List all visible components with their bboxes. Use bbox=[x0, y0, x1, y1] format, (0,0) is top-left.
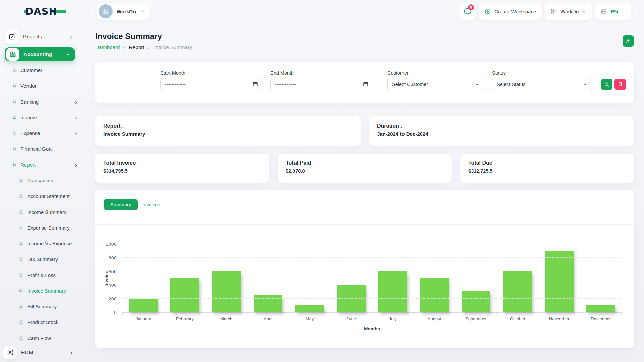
sidebar-item-account-statement[interactable]: Account Statement bbox=[0, 188, 80, 204]
bar-june[interactable] bbox=[337, 285, 366, 312]
bar-february[interactable] bbox=[170, 278, 199, 312]
x-tick bbox=[289, 313, 331, 315]
sidebar-item-income-vs-expense[interactable]: Income Vs Expense bbox=[0, 236, 80, 251]
status-select[interactable]: Select Status bbox=[492, 78, 592, 91]
bar-august[interactable] bbox=[420, 278, 449, 312]
bar-april[interactable] bbox=[254, 295, 282, 312]
bar-december[interactable] bbox=[586, 305, 615, 312]
sidebar-item-vendor[interactable]: Vendor bbox=[0, 78, 80, 94]
chevron-right-icon: › bbox=[75, 99, 77, 105]
sidebar-item-profit-loss[interactable]: Profit & Loss bbox=[0, 267, 80, 283]
x-tick bbox=[538, 313, 580, 315]
x-tick-label: May bbox=[289, 316, 330, 321]
bar-band bbox=[497, 244, 538, 312]
y-tick-label: 200 bbox=[95, 296, 117, 301]
chevron-right-icon: › bbox=[123, 44, 125, 50]
sidebar-item-product-stock[interactable]: Product Stock bbox=[0, 314, 80, 330]
download-button[interactable] bbox=[623, 35, 634, 47]
bar-march[interactable] bbox=[212, 272, 241, 312]
total-paid-value: $2,070.0 bbox=[286, 168, 444, 174]
language-selector[interactable]: EN bbox=[595, 3, 631, 20]
topbar-actions: 0 Create Workspace WorkDo EN bbox=[459, 3, 631, 20]
sidebar-item-label: Product Stock bbox=[27, 319, 58, 325]
create-workspace-label: Create Workspace bbox=[494, 9, 536, 14]
sidebar-item-label: Income Vs Expense bbox=[27, 241, 72, 246]
sidebar-item-accounting[interactable]: Accounting bbox=[5, 47, 75, 61]
sidebar-item-income-summary[interactable]: Income Summary bbox=[0, 204, 80, 220]
bar-band bbox=[330, 244, 372, 312]
status-ring-icon bbox=[19, 242, 23, 245]
tab-invoices[interactable]: Invoices bbox=[142, 202, 160, 207]
hrm-icon-box bbox=[3, 346, 17, 359]
bar-may[interactable] bbox=[295, 305, 324, 312]
x-tick-label: March bbox=[206, 316, 247, 321]
sidebar-item-customer[interactable]: Customer bbox=[0, 62, 80, 78]
status-ring-icon bbox=[19, 179, 23, 182]
accounting-submenu: CustomerVendorBanking›Income›Expense›Fin… bbox=[0, 62, 80, 346]
chart-tabs: Summary Invoices bbox=[104, 199, 160, 210]
x-tick-label: January bbox=[122, 316, 164, 321]
sidebar-item-label: Expense Summary bbox=[27, 225, 70, 231]
workspace-selector[interactable]: WorkDo bbox=[97, 3, 150, 20]
bar-september[interactable] bbox=[462, 291, 490, 312]
sidebar-item-expense[interactable]: Expense› bbox=[0, 125, 80, 141]
bar-band bbox=[372, 244, 414, 312]
total-due-card: Total Due $312,725.5 bbox=[460, 154, 634, 183]
x-axis-labels: JanuaryFebruaryMarchAprilMayJuneJulyAugu… bbox=[122, 316, 622, 321]
sidebar-item-income[interactable]: Income› bbox=[0, 110, 80, 125]
end-month-input[interactable] bbox=[270, 78, 372, 91]
search-button[interactable] bbox=[601, 79, 612, 90]
workspace-menu-button[interactable]: WorkDo bbox=[544, 3, 592, 20]
messages-button[interactable]: 0 bbox=[459, 3, 476, 20]
bar-band bbox=[414, 244, 455, 312]
breadcrumb-report-link[interactable]: Report bbox=[129, 44, 144, 50]
gridline bbox=[122, 298, 622, 299]
sidebar-item-projects[interactable]: Projects › bbox=[5, 29, 75, 44]
bar-january[interactable] bbox=[129, 299, 158, 312]
customer-select[interactable]: Select Customer bbox=[387, 78, 484, 91]
workspace-menu-label: WorkDo bbox=[560, 9, 579, 14]
sidebar-item-report[interactable]: Report› bbox=[0, 157, 80, 173]
y-tick-label: 800 bbox=[95, 255, 117, 260]
bar-july[interactable] bbox=[378, 272, 407, 312]
tab-summary[interactable]: Summary bbox=[104, 199, 138, 210]
reset-filter-button[interactable] bbox=[614, 79, 626, 90]
chevron-down-icon bbox=[140, 9, 145, 14]
bar-band bbox=[538, 244, 580, 312]
x-tick-label: November bbox=[538, 316, 580, 321]
x-tick bbox=[580, 313, 622, 315]
create-workspace-button[interactable]: Create Workspace bbox=[479, 3, 542, 20]
total-invoice-label: Total Invoice bbox=[103, 160, 261, 166]
sidebar-item-cash-flow[interactable]: Cash Flow bbox=[0, 330, 80, 346]
page-title: Invoice Summary bbox=[95, 32, 162, 41]
status-ring-icon bbox=[19, 320, 23, 324]
bar-october[interactable] bbox=[503, 272, 532, 312]
bar-november[interactable] bbox=[545, 251, 574, 312]
y-tick-label: 0 bbox=[95, 310, 117, 315]
gridline bbox=[122, 285, 622, 285]
sidebar-item-bill-summary[interactable]: Bill Summary bbox=[0, 299, 80, 314]
sidebar-item-label: Accounting bbox=[23, 51, 52, 57]
sidebar-item-transaction[interactable]: Transaction bbox=[0, 173, 80, 188]
status-ring-icon bbox=[19, 273, 23, 277]
sidebar-item-label: Bill Summary bbox=[27, 304, 57, 309]
status-ring-icon bbox=[19, 210, 23, 214]
breadcrumb-dashboard-link[interactable]: Dashboard bbox=[95, 44, 120, 50]
sidebar-item-tax-summary[interactable]: Tax Summary bbox=[0, 251, 80, 267]
sidebar-item-label: Tax Summary bbox=[27, 256, 58, 262]
sidebar-item-hrm[interactable]: HRM › bbox=[3, 346, 75, 359]
bar-band bbox=[580, 244, 622, 312]
sidebar-item-banking[interactable]: Banking› bbox=[0, 94, 80, 110]
sidebar-item-expense-summary[interactable]: Expense Summary bbox=[0, 220, 80, 236]
status-ring-icon bbox=[19, 289, 23, 292]
x-tick-label: August bbox=[414, 316, 455, 321]
invoice-summary-chart-card: Summary Invoices Invoice 020040060080010… bbox=[95, 190, 634, 348]
x-tick bbox=[331, 313, 372, 315]
chevron-right-icon: › bbox=[75, 162, 77, 168]
x-tick bbox=[164, 313, 206, 315]
report-card-value: Invoice Summary bbox=[103, 131, 353, 137]
sidebar-item-financial-goal[interactable]: Financial Goal bbox=[0, 141, 80, 157]
start-month-input[interactable] bbox=[160, 78, 262, 91]
sidebar-item-invoice-summary[interactable]: Invoice Summary bbox=[0, 283, 80, 299]
y-axis: 02004006008001000 bbox=[95, 244, 117, 313]
